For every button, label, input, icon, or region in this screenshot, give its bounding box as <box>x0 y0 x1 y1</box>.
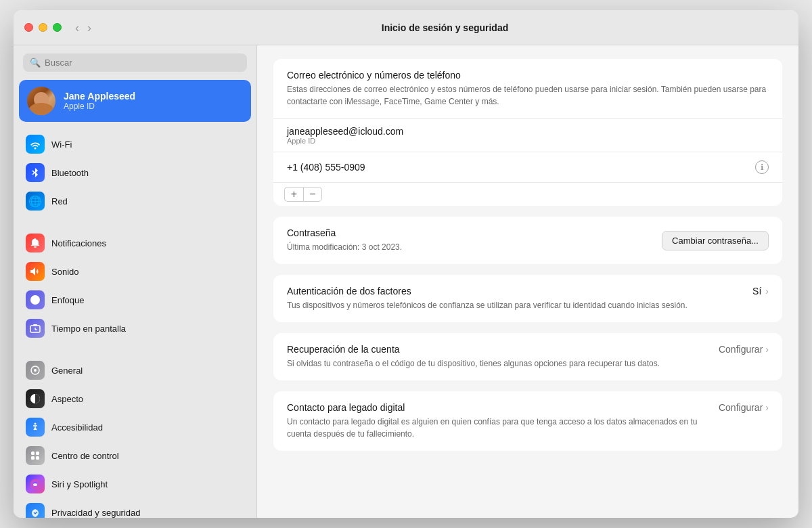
focus-icon <box>26 290 45 309</box>
change-password-button[interactable]: Cambiar contraseña... <box>662 231 769 250</box>
user-name: Jane Appleseed <box>64 91 135 102</box>
window-title: Inicio de sesión y seguridad <box>102 22 788 33</box>
sidebar-item-label: Enfoque <box>51 295 84 305</box>
email-value: janeappleseed@icloud.com <box>287 126 769 137</box>
legacy-configure-label: Configurar <box>719 402 763 413</box>
svg-point-5 <box>34 369 37 372</box>
legacy-action: Configurar › <box>719 402 769 413</box>
sidebar-item-notifications[interactable]: Notificaciones <box>19 229 251 257</box>
recovery-row[interactable]: Recuperación de la cuenta Si olvidas tu … <box>273 333 782 380</box>
two-factor-info: Autenticación de dos factores Tus dispos… <box>287 286 752 311</box>
two-factor-desc: Tus dispositivos y números telefónicos d… <box>287 299 742 311</box>
password-row: Contraseña Última modificación: 3 oct 20… <box>273 217 782 264</box>
legacy-title: Contacto para legado digital <box>287 402 708 413</box>
sidebar-item-appearance[interactable]: Aspecto <box>19 384 251 413</box>
two-factor-title: Autenticación de dos factores <box>287 286 742 296</box>
email-phone-card: Correo electrónico y números de teléfono… <box>273 59 782 206</box>
legacy-info: Contacto para legado digital Un contacto… <box>287 402 719 440</box>
recovery-title: Recuperación de la cuenta <box>287 344 708 355</box>
sidebar-section-system: Notificaciones Sonido <box>19 229 251 343</box>
svg-rect-1 <box>33 324 37 326</box>
email-section-desc: Estas direcciones de correo electrónico … <box>287 83 769 108</box>
sidebar-item-label: Tiempo en pantalla <box>51 324 126 334</box>
chevron-right-icon-3: › <box>765 402 769 413</box>
sidebar-item-network[interactable]: 🌐 Red <box>19 187 251 215</box>
sidebar-item-label: General <box>51 366 83 376</box>
sidebar-item-privacy[interactable]: Privacidad y seguridad <box>19 498 251 518</box>
two-factor-status: Sí › <box>752 286 769 296</box>
content-panel: Correo electrónico y números de teléfono… <box>257 45 798 518</box>
sidebar-item-label: Red <box>51 196 68 206</box>
chevron-right-icon-2: › <box>765 344 769 355</box>
svg-rect-8 <box>31 452 35 455</box>
recovery-action: Configurar › <box>719 344 769 355</box>
bluetooth-icon <box>26 163 45 182</box>
appearance-icon <box>26 389 45 408</box>
main-content: 🔍 Jane Appleseed Apple ID <box>14 45 798 518</box>
email-section-title: Correo electrónico y números de teléfono <box>287 70 769 81</box>
email-entry: janeappleseed@icloud.com Apple ID <box>273 119 782 152</box>
user-profile-item[interactable]: Jane Appleseed Apple ID <box>19 80 251 122</box>
titlebar: ‹ › Inicio de sesión y seguridad <box>14 10 798 45</box>
sidebar-item-controlcenter[interactable]: Centro de control <box>19 441 251 470</box>
svg-rect-10 <box>31 456 35 460</box>
sound-icon <box>26 262 45 281</box>
search-icon: 🔍 <box>30 58 41 68</box>
legacy-desc: Un contacto para legado digital es algui… <box>287 416 708 440</box>
sidebar-item-focus[interactable]: Enfoque <box>19 286 251 314</box>
sidebar-item-general[interactable]: General <box>19 356 251 384</box>
sidebar-item-sound[interactable]: Sonido <box>19 257 251 286</box>
sidebar-item-wifi[interactable]: Wi-Fi <box>19 130 251 158</box>
sidebar-item-screentime[interactable]: Tiempo en pantalla <box>19 314 251 343</box>
password-info: Contraseña Última modificación: 3 oct 20… <box>287 227 402 253</box>
search-input[interactable] <box>45 58 240 68</box>
phone-value: +1 (408) 555-0909 <box>287 162 365 173</box>
avatar <box>27 87 55 115</box>
sidebar: 🔍 Jane Appleseed Apple ID <box>14 45 257 518</box>
traffic-lights <box>24 23 62 32</box>
add-button[interactable]: + <box>284 187 303 202</box>
password-title: Contraseña <box>287 227 402 238</box>
user-info: Jane Appleseed Apple ID <box>64 91 135 111</box>
forward-button[interactable]: › <box>85 20 94 35</box>
sidebar-item-label: Bluetooth <box>51 168 89 178</box>
user-subtitle: Apple ID <box>64 102 135 111</box>
sidebar-item-label: Siri y Spotlight <box>51 479 108 489</box>
info-icon[interactable]: ℹ <box>755 160 769 174</box>
back-button[interactable]: ‹ <box>72 20 82 35</box>
recovery-info: Recuperación de la cuenta Si olvidas tu … <box>287 344 719 370</box>
legacy-row[interactable]: Contacto para legado digital Un contacto… <box>273 391 782 451</box>
sidebar-section-network: Wi-Fi Bluetooth 🌐 Red <box>19 130 251 215</box>
network-icon: 🌐 <box>26 192 45 211</box>
recovery-configure-label: Configurar <box>719 344 763 355</box>
password-card: Contraseña Última modificación: 3 oct 20… <box>273 217 782 264</box>
screentime-icon <box>26 319 45 338</box>
phone-row: +1 (408) 555-0909 ℹ <box>273 152 782 183</box>
main-window: ‹ › Inicio de sesión y seguridad 🔍 Jane … <box>14 10 798 518</box>
two-factor-card: Autenticación de dos factores Tus dispos… <box>273 275 782 322</box>
password-subtitle: Última modificación: 3 oct 2023. <box>287 241 402 253</box>
recovery-desc: Si olvidas tu contraseña o el código de … <box>287 357 708 370</box>
sidebar-item-bluetooth[interactable]: Bluetooth <box>19 158 251 187</box>
svg-rect-11 <box>36 456 39 460</box>
accessibility-icon <box>26 418 45 437</box>
wifi-icon <box>26 135 45 154</box>
sidebar-item-accessibility[interactable]: Accesibilidad <box>19 413 251 441</box>
remove-button[interactable]: − <box>303 187 322 202</box>
maximize-button[interactable] <box>53 23 62 32</box>
nav-arrows: ‹ › <box>72 20 94 35</box>
close-button[interactable] <box>24 23 33 32</box>
two-factor-row[interactable]: Autenticación de dos factores Tus dispos… <box>273 275 782 322</box>
email-header-section: Correo electrónico y números de teléfono… <box>273 59 782 119</box>
sidebar-section-preferences: General Aspecto <box>19 356 251 518</box>
sidebar-item-label: Sonido <box>51 267 78 277</box>
svg-point-13 <box>33 483 37 486</box>
siri-icon <box>26 475 45 493</box>
add-remove-row: + − <box>273 183 782 206</box>
minimize-button[interactable] <box>39 23 47 32</box>
sidebar-item-label: Centro de control <box>51 451 119 461</box>
sidebar-item-siri[interactable]: Siri y Spotlight <box>19 470 251 498</box>
legacy-card: Contacto para legado digital Un contacto… <box>273 391 782 451</box>
sidebar-item-label: Accesibilidad <box>51 422 103 433</box>
search-bar[interactable]: 🔍 <box>23 53 247 72</box>
